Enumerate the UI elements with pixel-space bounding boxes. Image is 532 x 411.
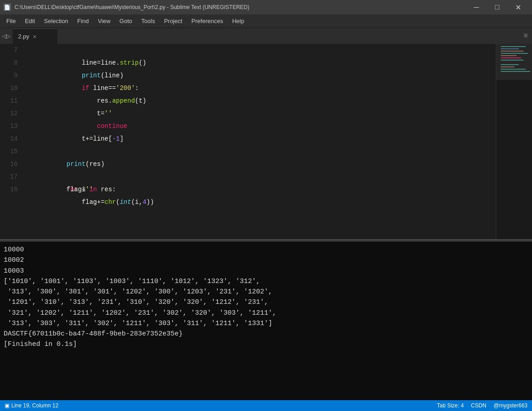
terminal-line-6: '1201', '310', '313', '231', '310', '320… xyxy=(4,297,528,307)
terminal-line-4: ['1010', '1001', '1103', '1003', '1110',… xyxy=(4,276,528,287)
encoding-label: CSDN xyxy=(471,402,486,409)
line-num-18: 18 xyxy=(9,183,18,196)
svg-rect-11 xyxy=(496,44,532,80)
terminal-line-7: '321', '1202', '1211', '1202', '231', '3… xyxy=(4,308,528,318)
titlebar: 📄 C:\Users\DELL\Desktop\ctfGame\huawei\M… xyxy=(0,0,532,14)
tab-size-label: Tab Size: 4 xyxy=(437,402,464,409)
status-right: Tab Size: 4 CSDN @mygster663 xyxy=(437,402,527,409)
minimap-content xyxy=(496,44,532,239)
line-num-7: 7 xyxy=(9,44,18,57)
menu-selection[interactable]: Selection xyxy=(39,16,72,26)
code-editor[interactable]: line=line.strip() print(line) if line=='… xyxy=(25,44,496,239)
window-controls: ─ □ ✕ xyxy=(466,0,528,14)
minimap xyxy=(496,44,532,239)
close-button[interactable]: ✕ xyxy=(508,0,528,14)
menu-tools[interactable]: Tools xyxy=(137,16,159,26)
menu-find[interactable]: Find xyxy=(73,16,93,26)
tabbar: ◁▷ 2.py × ≡ xyxy=(0,28,532,44)
line-num-11: 11 xyxy=(9,94,18,107)
tab-overflow-button[interactable]: ≡ xyxy=(519,28,532,44)
menu-project[interactable]: Project xyxy=(160,16,187,26)
terminal-line-5: '313', '300', '301', '301', '1202', '300… xyxy=(4,287,528,297)
menubar: File Edit Selection Find View Goto Tools… xyxy=(0,14,532,28)
cursor-position: Line 19, Column 12 xyxy=(11,402,58,409)
line-num-14: 14 xyxy=(9,132,18,145)
code-line-17: for i in res: xyxy=(25,170,496,183)
menu-edit[interactable]: Edit xyxy=(20,16,39,26)
tab-nav-left-button[interactable]: ◁▷ xyxy=(0,28,13,44)
menu-file[interactable]: File xyxy=(2,16,20,26)
statusbar: ▣ Line 19, Column 12 Tab Size: 4 CSDN @m… xyxy=(0,400,532,411)
tab-label: 2.py xyxy=(18,33,29,40)
code-line-16: flag='' xyxy=(25,158,496,170)
maximize-button[interactable]: □ xyxy=(487,0,508,14)
line-num-10: 10 xyxy=(9,82,18,94)
line-num-17: 17 xyxy=(9,170,18,183)
menu-goto[interactable]: Goto xyxy=(115,16,137,26)
line-numbers-gutter: 7 8 9 10 11 12 13 14 15 16 17 18 xyxy=(0,44,25,239)
minimize-button[interactable]: ─ xyxy=(466,0,487,14)
terminal-line-8: '313', '303', '311', '302', '1211', '303… xyxy=(4,318,528,329)
status-icon-area: ▣ Line 19, Column 12 xyxy=(5,402,58,409)
line-num-12: 12 xyxy=(9,107,18,120)
menu-help[interactable]: Help xyxy=(228,16,249,26)
terminal-panel: 10000 10002 10003 ['1010', '1001', '1103… xyxy=(0,242,532,400)
editor-panel: 7 8 9 10 11 12 13 14 15 16 17 18 line=li… xyxy=(0,44,532,239)
line-num-9: 9 xyxy=(9,69,18,82)
tab-close-button[interactable]: × xyxy=(33,33,37,40)
terminal-line-1: 10000 xyxy=(4,245,528,255)
status-panel-icon: ▣ xyxy=(5,402,10,409)
line-num-13: 13 xyxy=(9,120,18,132)
window-title: C:\Users\DELL\Desktop\ctfGame\huawei\Mys… xyxy=(14,4,462,10)
menu-preferences[interactable]: Preferences xyxy=(187,16,228,26)
terminal-line-3: 10003 xyxy=(4,266,528,276)
menu-view[interactable]: View xyxy=(93,16,115,26)
terminal-line-flag: DASCTF{67011b0c-ba47-488f-9beb-283e7352e… xyxy=(4,329,528,339)
terminal-line-2: 10002 xyxy=(4,255,528,265)
code-line-15: print(res) xyxy=(25,145,496,158)
app-icon: 📄 xyxy=(4,4,11,11)
tab-2py[interactable]: 2.py × xyxy=(13,28,58,44)
code-line-7: line=line.strip() xyxy=(25,44,496,57)
line-num-16: 16 xyxy=(9,158,18,170)
user-label: @mygster663 xyxy=(494,402,527,409)
line-num-8: 8 xyxy=(9,57,18,69)
status-left: ▣ Line 19, Column 12 xyxy=(5,402,58,409)
terminal-line-finished: [Finished in 0.1s] xyxy=(4,339,528,350)
line-num-15: 15 xyxy=(9,145,18,158)
